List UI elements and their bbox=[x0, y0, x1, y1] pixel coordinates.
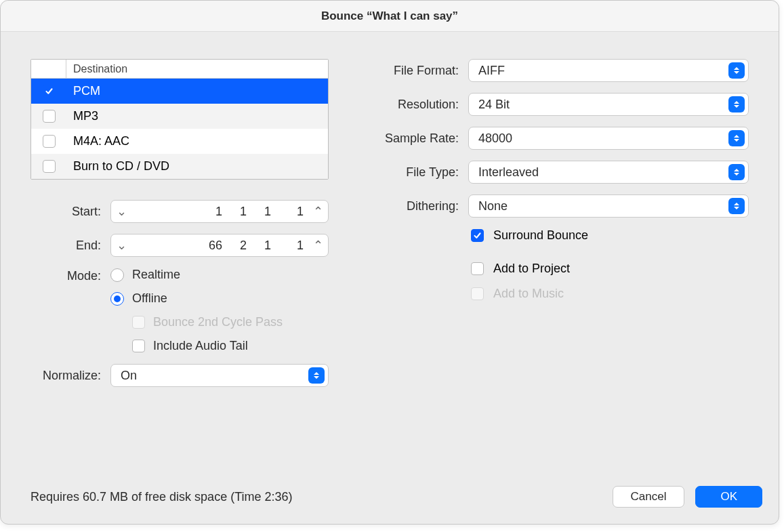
add-to-project-checkbox[interactable]: Add to Project bbox=[471, 262, 749, 276]
end-division[interactable]: 1 bbox=[251, 239, 275, 253]
select-value: 24 Bit bbox=[469, 98, 728, 112]
checkbox-icon[interactable] bbox=[471, 229, 484, 242]
file-type-label: File Type: bbox=[367, 165, 468, 180]
start-division[interactable]: 1 bbox=[251, 205, 275, 219]
checkbox-icon[interactable] bbox=[471, 262, 484, 275]
destination-label: MP3 bbox=[66, 109, 328, 123]
radio-label: Offline bbox=[132, 291, 167, 306]
destination-checkbox-mp3[interactable] bbox=[43, 110, 56, 123]
dialog-footer: Requires 60.7 MB of free disk space (Tim… bbox=[1, 482, 779, 524]
destination-header-checkbox-col bbox=[31, 60, 66, 78]
destination-header: Destination bbox=[31, 60, 328, 79]
window-title: Bounce “What I can say” bbox=[1, 1, 779, 32]
dithering-select[interactable]: None bbox=[468, 195, 749, 218]
checkbox-icon bbox=[132, 316, 145, 329]
mode-radio-group: Realtime Offline Bounce 2nd Cycle Pass bbox=[110, 268, 283, 353]
destination-row-mp3[interactable]: MP3 bbox=[31, 104, 328, 129]
dithering-label: Dithering: bbox=[367, 199, 468, 213]
start-label: Start: bbox=[30, 205, 110, 219]
left-column: Destination PCM bbox=[30, 59, 329, 468]
select-value: On bbox=[111, 369, 308, 383]
checkbox-label: Bounce 2nd Cycle Pass bbox=[153, 315, 283, 329]
add-to-music-checkbox: Add to Music bbox=[471, 287, 749, 301]
destination-header-label: Destination bbox=[66, 60, 328, 78]
resolution-label: Resolution: bbox=[367, 98, 468, 112]
mode-offline-radio[interactable]: Offline bbox=[110, 291, 283, 306]
checkbox-icon[interactable] bbox=[132, 340, 145, 352]
destination-label: Burn to CD / DVD bbox=[66, 159, 328, 173]
end-position-field[interactable]: ⌄ 66 2 1 1 ⌃ bbox=[110, 234, 329, 257]
bounce-dialog: Bounce “What I can say” Destination PCM bbox=[0, 0, 779, 525]
start-bar[interactable]: 1 bbox=[202, 205, 226, 219]
destination-row-m4a[interactable]: M4A: AAC bbox=[31, 129, 328, 154]
mode-label: Mode: bbox=[30, 268, 110, 283]
check-icon bbox=[473, 231, 482, 240]
cancel-button[interactable]: Cancel bbox=[613, 486, 685, 508]
start-beat[interactable]: 1 bbox=[226, 205, 251, 219]
select-value: 48000 bbox=[469, 131, 728, 146]
radio-label: Realtime bbox=[132, 268, 180, 282]
file-format-label: File Format: bbox=[367, 64, 468, 78]
dialog-content: Destination PCM bbox=[1, 32, 779, 482]
select-value: Interleaved bbox=[469, 165, 728, 180]
sample-rate-select[interactable]: 48000 bbox=[468, 127, 749, 150]
destination-checkbox-pcm[interactable] bbox=[43, 85, 56, 98]
radio-icon bbox=[110, 292, 124, 306]
check-icon bbox=[45, 87, 54, 96]
chevron-up-icon[interactable]: ⌃ bbox=[308, 238, 328, 253]
mode-realtime-radio[interactable]: Realtime bbox=[110, 268, 283, 282]
right-column: File Format: AIFF Resolution: 24 Bit Sam… bbox=[367, 59, 749, 468]
start-tick[interactable]: 1 bbox=[275, 205, 308, 219]
chevron-up-icon[interactable]: ⌃ bbox=[308, 204, 328, 219]
bounce-2nd-cycle-checkbox: Bounce 2nd Cycle Pass bbox=[132, 315, 283, 329]
destination-row-burn[interactable]: Burn to CD / DVD bbox=[31, 154, 328, 179]
ok-button[interactable]: OK bbox=[695, 486, 762, 508]
checkbox-icon bbox=[471, 287, 484, 300]
end-tick[interactable]: 1 bbox=[275, 239, 308, 253]
start-position-field[interactable]: ⌄ 1 1 1 1 ⌃ bbox=[110, 200, 329, 223]
destination-row-pcm[interactable]: PCM bbox=[31, 79, 328, 104]
updown-stepper-icon bbox=[728, 198, 745, 214]
surround-bounce-checkbox[interactable]: Surround Bounce bbox=[471, 228, 749, 243]
destination-checkbox-m4a[interactable] bbox=[43, 135, 56, 148]
end-label: End: bbox=[30, 239, 110, 253]
normalize-select[interactable]: On bbox=[110, 364, 329, 387]
file-type-select[interactable]: Interleaved bbox=[468, 161, 749, 184]
destination-checkbox-burn[interactable] bbox=[43, 160, 56, 173]
chevron-down-icon[interactable]: ⌄ bbox=[111, 204, 131, 219]
checkbox-label: Add to Music bbox=[493, 287, 564, 301]
normalize-label: Normalize: bbox=[30, 369, 110, 383]
destination-table: Destination PCM bbox=[30, 59, 329, 180]
radio-icon bbox=[110, 268, 124, 282]
updown-stepper-icon bbox=[728, 62, 745, 79]
updown-stepper-icon bbox=[728, 96, 745, 112]
checkbox-label: Include Audio Tail bbox=[153, 339, 248, 353]
checkbox-label: Surround Bounce bbox=[493, 228, 588, 243]
destination-label: PCM bbox=[66, 84, 328, 98]
chevron-down-icon[interactable]: ⌄ bbox=[111, 238, 131, 253]
checkbox-label: Add to Project bbox=[493, 262, 570, 276]
updown-stepper-icon bbox=[728, 130, 745, 146]
destination-label: M4A: AAC bbox=[66, 134, 328, 148]
sample-rate-label: Sample Rate: bbox=[367, 131, 468, 146]
resolution-select[interactable]: 24 Bit bbox=[468, 93, 749, 116]
updown-stepper-icon bbox=[728, 164, 745, 180]
end-bar[interactable]: 66 bbox=[202, 239, 226, 253]
disk-space-status: Requires 60.7 MB of free disk space (Tim… bbox=[30, 490, 602, 504]
select-value: None bbox=[469, 199, 728, 213]
include-audio-tail-checkbox[interactable]: Include Audio Tail bbox=[132, 339, 283, 353]
updown-stepper-icon bbox=[308, 367, 325, 384]
file-format-select[interactable]: AIFF bbox=[468, 59, 749, 82]
select-value: AIFF bbox=[469, 64, 728, 78]
end-beat[interactable]: 2 bbox=[226, 239, 251, 253]
